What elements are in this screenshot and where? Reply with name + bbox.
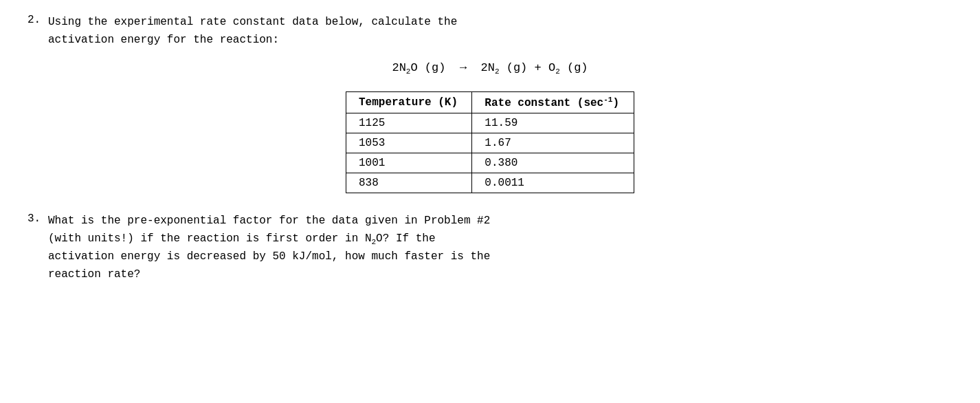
problem-3-line4: reaction rate? [48, 266, 953, 284]
problem-2-text: Using the experimental rate constant dat… [48, 14, 953, 49]
temperature-cell: 1001 [346, 153, 472, 173]
table-row: 838 0.0011 [346, 173, 634, 193]
chemical-equation: 2N2O (g) → 2N2 (g) + O2 (g) [392, 61, 588, 76]
o2-sub: 2 [555, 68, 560, 76]
problem-3-line2: (with units!) if the reaction is first o… [48, 230, 953, 249]
table-row: 1001 0.380 [346, 153, 634, 173]
rate-cell: 0.0011 [472, 173, 634, 193]
problem-2: 2. Using the experimental rate constant … [27, 14, 953, 193]
temperature-cell: 1125 [346, 113, 472, 133]
temperature-cell: 1053 [346, 133, 472, 153]
problem-3-number: 3. [27, 213, 48, 225]
rate-cell: 0.380 [472, 153, 634, 173]
n2o-sub: 2 [406, 68, 411, 76]
problem-3-line1: What is the pre-exponential factor for t… [48, 213, 953, 230]
table-row: 1125 11.59 [346, 113, 634, 133]
data-table-container: Temperature (K) Rate constant (sec-1) 11… [27, 91, 953, 193]
n2-sub: 2 [495, 68, 500, 76]
equation-container: 2N2O (g) → 2N2 (g) + O2 (g) [27, 61, 953, 76]
table-header-row: Temperature (K) Rate constant (sec-1) [346, 91, 634, 113]
rate-cell: 1.67 [472, 133, 634, 153]
temperature-header: Temperature (K) [346, 91, 472, 113]
rate-cell: 11.59 [472, 113, 634, 133]
rate-constant-table: Temperature (K) Rate constant (sec-1) 11… [346, 91, 634, 193]
problem-2-line1: Using the experimental rate constant dat… [48, 14, 953, 32]
problem-2-number: 2. [27, 14, 48, 26]
problem-3-body: What is the pre-exponential factor for t… [48, 213, 953, 284]
problem-3-text: 3. What is the pre-exponential factor fo… [27, 213, 953, 284]
table-row: 1053 1.67 [346, 133, 634, 153]
problem-3: 3. What is the pre-exponential factor fo… [27, 213, 953, 284]
temperature-cell: 838 [346, 173, 472, 193]
problem-2-line2: activation energy for the reaction: [48, 32, 953, 50]
table-body: 1125 11.59 1053 1.67 1001 0.380 838 0.00… [346, 113, 634, 193]
problem-3-line3: activation energy is decreased by 50 kJ/… [48, 248, 953, 266]
rate-constant-header: Rate constant (sec-1) [472, 91, 634, 113]
exponent-header: -1 [603, 96, 612, 104]
